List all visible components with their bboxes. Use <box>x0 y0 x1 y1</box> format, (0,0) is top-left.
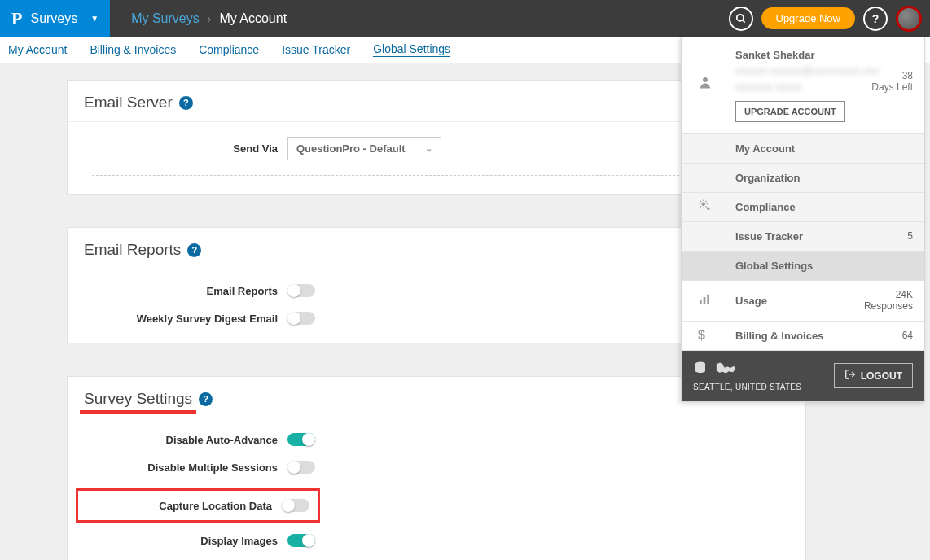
map-icon <box>714 361 737 377</box>
help-button[interactable]: ? <box>863 7 888 31</box>
panel-title: Email Reports <box>84 241 181 259</box>
logout-icon <box>844 369 856 383</box>
toggle-capture-location-data[interactable] <box>282 499 309 512</box>
help-icon[interactable]: ? <box>187 243 201 257</box>
highlight-box: Capture Location Data <box>76 488 320 523</box>
toggle-disable-multiple-sessions[interactable] <box>287 461 315 474</box>
label-weekly-digest: Weekly Survey Digest Email <box>84 313 287 325</box>
row-disable-auto-advance: Disable Auto-Advance <box>84 433 789 446</box>
toggle-email-reports[interactable] <box>287 284 315 297</box>
chevron-down-icon: ⌄ <box>425 143 432 154</box>
label-send-via: Send Via <box>84 142 287 155</box>
label-disable-multiple-sessions: Disable Multiple Sessions <box>84 462 287 474</box>
gears-icon <box>698 199 713 217</box>
profile-item-count: 5 <box>907 230 913 242</box>
profile-item-label: Issue Tracker <box>735 230 803 243</box>
logout-label: LOGOUT <box>861 370 902 382</box>
label-disable-auto-advance: Disable Auto-Advance <box>84 434 287 446</box>
panel-title: Survey Settings <box>84 390 192 408</box>
days-left-number: 38 <box>871 70 913 81</box>
toggle-disable-auto-advance[interactable] <box>287 433 315 446</box>
profile-item-label: Organization <box>735 172 800 184</box>
svg-point-2 <box>703 77 708 82</box>
profile-item-billing[interactable]: $ Billing & Invoices 64 <box>682 322 924 351</box>
profile-item-label: My Account <box>735 142 795 155</box>
profile-item-my-account[interactable]: My Account <box>682 134 924 164</box>
row-capture-location-data: Capture Location Data <box>84 488 789 523</box>
subtab-my-account[interactable]: My Account <box>8 43 67 56</box>
search-button[interactable] <box>729 7 753 31</box>
profile-item-label: Billing & Invoices <box>735 330 823 342</box>
label-email-reports: Email Reports <box>84 285 287 297</box>
product-switcher[interactable]: P Surveys ▼ <box>0 0 110 37</box>
label-capture-location-data: Capture Location Data <box>86 500 282 512</box>
panel-survey-settings: Survey Settings ? Disable Auto-Advance D… <box>67 376 806 560</box>
label-display-images: Display Images <box>84 535 287 547</box>
profile-item-global-settings[interactable]: Global Settings <box>682 252 924 281</box>
help-icon[interactable]: ? <box>179 96 193 110</box>
breadcrumb-parent[interactable]: My Surveys <box>131 11 200 26</box>
profile-dropdown: Sanket Shekdar xxxxxx.xxxxxx@xxxxxxxxx.x… <box>681 37 925 402</box>
svg-rect-7 <box>707 295 709 304</box>
row-disable-multiple-sessions: Disable Multiple Sessions <box>84 461 789 474</box>
row-display-images: Display Images <box>84 534 789 547</box>
profile-item-issue-tracker[interactable]: Issue Tracker 5 <box>682 222 924 252</box>
logout-button[interactable]: LOGOUT <box>834 363 913 388</box>
chevron-right-icon: › <box>208 12 212 25</box>
subtab-compliance[interactable]: Compliance <box>199 43 259 56</box>
search-icon <box>735 13 747 24</box>
profile-item-usage[interactable]: Usage 24K Responses <box>682 281 924 322</box>
help-icon[interactable]: ? <box>199 392 213 406</box>
svg-line-1 <box>742 20 744 22</box>
profile-item-compliance[interactable]: Compliance <box>682 193 924 222</box>
days-left: 38 Days Left <box>871 70 913 94</box>
profile-footer: SEATTLE, UNITED STATES LOGOUT <box>682 351 924 401</box>
upgrade-account-button[interactable]: UPGRADE ACCOUNT <box>735 101 845 122</box>
svg-rect-5 <box>700 300 702 304</box>
dollar-icon: $ <box>698 329 705 342</box>
profile-summary: Sanket Shekdar xxxxxx.xxxxxx@xxxxxxxxx.x… <box>682 37 924 134</box>
toggle-weekly-digest[interactable] <box>287 312 315 325</box>
profile-item-label: Global Settings <box>735 260 813 272</box>
bar-chart-icon <box>698 292 711 308</box>
footer-left: SEATTLE, UNITED STATES <box>693 361 801 392</box>
upgrade-button[interactable]: Upgrade Now <box>761 7 856 29</box>
subtab-billing[interactable]: Billing & Invoices <box>90 43 176 56</box>
profile-item-label: Compliance <box>735 201 796 213</box>
user-icon <box>698 75 713 94</box>
select-send-via[interactable]: QuestionPro - Default ⌄ <box>287 137 441 160</box>
breadcrumb-current: My Account <box>219 11 287 26</box>
database-icon <box>693 361 708 378</box>
subtab-global-settings[interactable]: Global Settings <box>373 42 450 57</box>
svg-point-3 <box>702 202 706 206</box>
topbar-right: Upgrade Now ? <box>729 6 931 32</box>
profile-item-count: 24K Responses <box>864 289 913 313</box>
subtab-issue-tracker[interactable]: Issue Tracker <box>282 43 350 56</box>
svg-point-4 <box>707 207 710 210</box>
logo-icon: P <box>11 8 22 29</box>
profile-location: SEATTLE, UNITED STATES <box>693 383 801 392</box>
days-left-label: Days Left <box>871 81 913 93</box>
profile-menu: My Account Organization Compliance Issue… <box>682 134 924 351</box>
profile-name: Sanket Shekdar <box>735 49 913 61</box>
divider <box>92 175 781 176</box>
chevron-down-icon: ▼ <box>90 14 99 23</box>
svg-point-0 <box>736 14 743 20</box>
panel-title: Email Server <box>84 94 173 112</box>
top-bar: P Surveys ▼ My Surveys › My Account Upgr… <box>0 0 930 37</box>
question-icon: ? <box>872 12 880 25</box>
product-name: Surveys <box>30 11 77 26</box>
avatar-button[interactable] <box>896 6 922 32</box>
toggle-display-images[interactable] <box>287 534 315 547</box>
breadcrumb: My Surveys › My Account <box>110 11 287 26</box>
profile-item-count: 64 <box>902 330 913 341</box>
select-value: QuestionPro - Default <box>296 142 406 155</box>
svg-rect-6 <box>704 297 706 304</box>
profile-item-label: Usage <box>735 295 767 307</box>
profile-item-organization[interactable]: Organization <box>682 164 924 193</box>
